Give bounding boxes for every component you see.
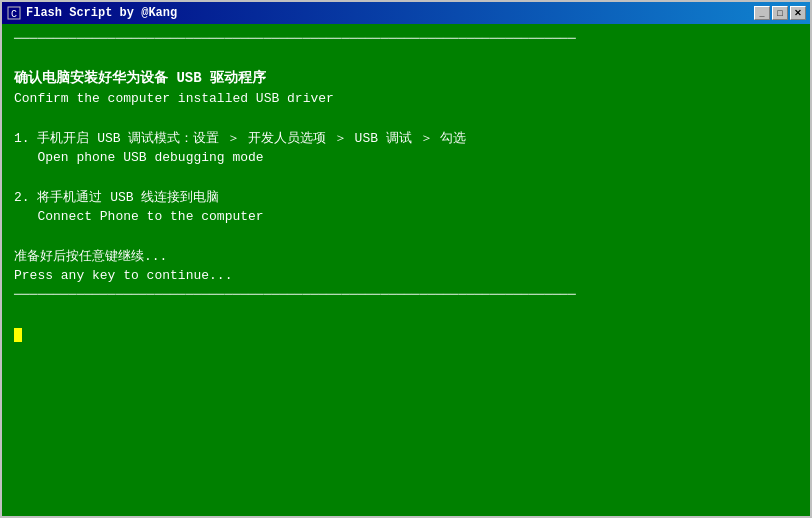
blank-line-2 [14, 168, 798, 188]
cursor-line [14, 324, 798, 342]
maximize-button[interactable]: □ [772, 6, 788, 20]
blank-line-4 [14, 304, 798, 324]
ready-english: Press any key to continue... [14, 266, 798, 286]
step2-chinese: 2. 将手机通过 USB 线连接到电脑 [14, 188, 798, 208]
title-bar-buttons: _ □ ✕ [754, 6, 806, 20]
title-bar: C Flash Script by @Kang _ □ ✕ [2, 2, 810, 24]
bottom-divider: ────────────────────────────────────────… [14, 286, 798, 304]
blank-line-3 [14, 227, 798, 247]
main-window: C Flash Script by @Kang _ □ ✕ ──────────… [0, 0, 812, 518]
svg-text:C: C [11, 9, 17, 20]
header-english: Confirm the computer installed USB drive… [14, 89, 798, 109]
minimize-button[interactable]: _ [754, 6, 770, 20]
close-button[interactable]: ✕ [790, 6, 806, 20]
top-divider: ────────────────────────────────────────… [14, 30, 798, 48]
cursor [14, 328, 22, 342]
blank-line-1 [14, 109, 798, 129]
step2-english: Connect Phone to the computer [14, 207, 798, 227]
window-title: Flash Script by @Kang [26, 6, 177, 20]
header-chinese: 确认电脑安装好华为设备 USB 驱动程序 [14, 68, 798, 89]
step1-chinese: 1. 手机开启 USB 调试模式：设置 ＞ 开发人员选项 ＞ USB 调试 ＞ … [14, 129, 798, 149]
step1-english: Open phone USB debugging mode [14, 148, 798, 168]
blank-line-0 [14, 48, 798, 68]
console-area: ────────────────────────────────────────… [2, 24, 810, 516]
window-icon: C [6, 5, 22, 21]
ready-chinese: 准备好后按任意键继续... [14, 247, 798, 267]
title-bar-left: C Flash Script by @Kang [6, 5, 177, 21]
